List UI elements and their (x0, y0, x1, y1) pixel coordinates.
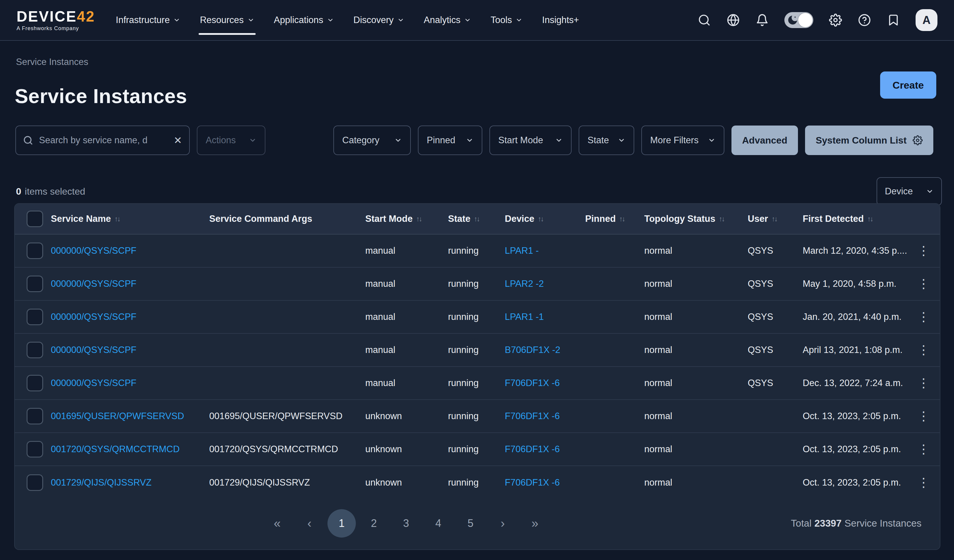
nav-item-tools[interactable]: Tools (491, 12, 522, 28)
column-header-first-detected[interactable]: First Detected↑↓ (803, 213, 916, 224)
device-view-dropdown[interactable]: Device (876, 177, 942, 205)
device-link[interactable]: F706DF1X -6 (505, 477, 560, 488)
row-menu-button[interactable]: ⋮ (916, 278, 931, 290)
pinned-filter[interactable]: Pinned (418, 126, 482, 155)
row-checkbox[interactable] (26, 243, 43, 259)
row-menu-button[interactable]: ⋮ (916, 311, 931, 323)
row-menu-button[interactable]: ⋮ (916, 377, 931, 389)
device-link[interactable]: F706DF1X -6 (505, 411, 560, 421)
service-name-link[interactable]: 000000/QSYS/SCPF (51, 378, 137, 388)
actions-dropdown[interactable]: Actions (197, 126, 265, 155)
bookmark-icon[interactable] (887, 13, 900, 27)
row-menu-button[interactable]: ⋮ (916, 344, 931, 356)
prev-page-button[interactable]: ‹ (295, 509, 324, 538)
service-name-link[interactable]: 001695/QUSER/QPWFSERVSD (51, 411, 184, 421)
start-mode-cell: manual (365, 246, 448, 256)
dark-mode-toggle[interactable] (784, 12, 813, 28)
globe-icon[interactable] (726, 13, 740, 27)
device-link[interactable]: F706DF1X -6 (505, 378, 560, 388)
pagination-pages: «‹12345›» (263, 509, 549, 538)
system-column-list-button[interactable]: System Column List (805, 126, 933, 155)
column-header-topology-status[interactable]: Topology Status↑↓ (644, 213, 748, 224)
column-header-pinned[interactable]: Pinned↑↓ (585, 213, 644, 224)
column-header-label: Service Command Args (209, 213, 312, 224)
gear-icon[interactable] (829, 13, 842, 27)
avatar[interactable]: A (916, 9, 937, 31)
column-header-device[interactable]: Device↑↓ (505, 213, 585, 224)
nav-item-infrastructure[interactable]: Infrastructure (116, 12, 181, 28)
first-page-button[interactable]: « (263, 509, 292, 538)
row-checkbox[interactable] (26, 309, 43, 325)
first-detected-cell: Oct. 13, 2023, 2:05 p.m. (803, 411, 916, 422)
page-button-4[interactable]: 4 (424, 509, 452, 538)
state-cell: running (448, 312, 505, 322)
category-filter[interactable]: Category (334, 126, 411, 155)
service-command-args-cell: 001729/QIJS/QIJSSRVZ (209, 477, 365, 488)
service-name-link[interactable]: 000000/QSYS/SCPF (51, 345, 137, 355)
table-row: 001720/QSYS/QRMCCTRMCD001720/QSYS/QRMCCT… (15, 433, 940, 466)
page-button-3[interactable]: 3 (392, 509, 420, 538)
service-name-link[interactable]: 000000/QSYS/SCPF (51, 246, 137, 256)
nav-item-resources[interactable]: Resources (200, 12, 254, 28)
column-header-start-mode[interactable]: Start Mode↑↓ (365, 213, 448, 224)
row-menu-button[interactable]: ⋮ (916, 410, 931, 422)
sort-icon[interactable]: ↑↓ (772, 215, 777, 223)
sort-icon[interactable]: ↑↓ (538, 215, 543, 223)
clear-search-icon[interactable]: ✕ (174, 134, 182, 146)
start-mode-filter[interactable]: Start Mode (489, 126, 572, 155)
device-link[interactable]: B706DF1X -2 (505, 345, 560, 355)
nav-item-applications[interactable]: Applications (274, 12, 334, 28)
last-page-button[interactable]: » (521, 509, 549, 538)
page-button-5[interactable]: 5 (456, 509, 485, 538)
breadcrumb[interactable]: Service Instances (16, 57, 88, 67)
row-checkbox[interactable] (26, 441, 43, 457)
row-menu-button[interactable]: ⋮ (916, 244, 931, 257)
more-filters-dropdown[interactable]: More Filters (641, 126, 724, 155)
row-checkbox[interactable] (26, 474, 43, 491)
create-button[interactable]: Create (880, 72, 936, 99)
row-checkbox[interactable] (26, 342, 43, 358)
bell-icon[interactable] (755, 13, 769, 27)
next-page-button[interactable]: › (488, 509, 517, 538)
column-header-user[interactable]: User↑↓ (748, 213, 803, 224)
sort-icon[interactable]: ↑↓ (719, 215, 724, 223)
sort-icon[interactable]: ↑↓ (416, 215, 421, 223)
page-button-2[interactable]: 2 (360, 509, 388, 538)
state-filter[interactable]: State (579, 126, 634, 155)
nav-item-discovery[interactable]: Discovery (354, 12, 404, 28)
sort-icon[interactable]: ↑↓ (114, 215, 120, 223)
device-link[interactable]: LPAR1 -1 (505, 312, 544, 322)
device-link[interactable]: LPAR2 -2 (505, 278, 544, 289)
user-cell: QSYS (748, 378, 803, 388)
column-header-label: User (748, 213, 768, 224)
sort-icon[interactable]: ↑↓ (867, 215, 873, 223)
column-header-service-name[interactable]: Service Name↑↓ (51, 213, 209, 224)
nav-item-analytics[interactable]: Analytics (424, 12, 471, 28)
row-checkbox[interactable] (26, 408, 43, 425)
select-all-checkbox[interactable] (26, 211, 43, 227)
table-row: 000000/QSYS/SCPFmanualrunningB706DF1X -2… (15, 334, 940, 367)
table-row: 001729/QIJS/QIJSSRVZ001729/QIJS/QIJSSRVZ… (15, 466, 940, 499)
device-link[interactable]: LPAR1 - (505, 246, 539, 256)
column-header-label: First Detected (803, 213, 864, 224)
service-name-link[interactable]: 000000/QSYS/SCPF (51, 312, 137, 322)
service-name-link[interactable]: 001729/QIJS/QIJSSRVZ (51, 477, 151, 488)
row-checkbox[interactable] (26, 275, 43, 292)
sort-icon[interactable]: ↑↓ (474, 215, 479, 223)
device42-logo[interactable]: DEVICE42 A Freshworks Company (17, 9, 95, 32)
service-name-link[interactable]: 001720/QSYS/QRMCCTRMCD (51, 444, 180, 454)
help-icon[interactable] (858, 13, 871, 27)
advanced-button[interactable]: Advanced (731, 126, 798, 155)
chevron-down-icon (464, 17, 471, 23)
row-menu-button[interactable]: ⋮ (916, 443, 931, 456)
search-input[interactable] (38, 135, 168, 146)
search-icon[interactable] (697, 13, 711, 27)
column-header-state[interactable]: State↑↓ (448, 213, 505, 224)
nav-item-insights-[interactable]: Insights+ (542, 12, 579, 28)
row-checkbox[interactable] (26, 375, 43, 391)
row-menu-button[interactable]: ⋮ (916, 476, 931, 489)
sort-icon[interactable]: ↑↓ (619, 215, 625, 223)
service-name-link[interactable]: 000000/QSYS/SCPF (51, 278, 137, 289)
page-button-1[interactable]: 1 (327, 509, 356, 538)
device-link[interactable]: F706DF1X -6 (505, 444, 560, 454)
